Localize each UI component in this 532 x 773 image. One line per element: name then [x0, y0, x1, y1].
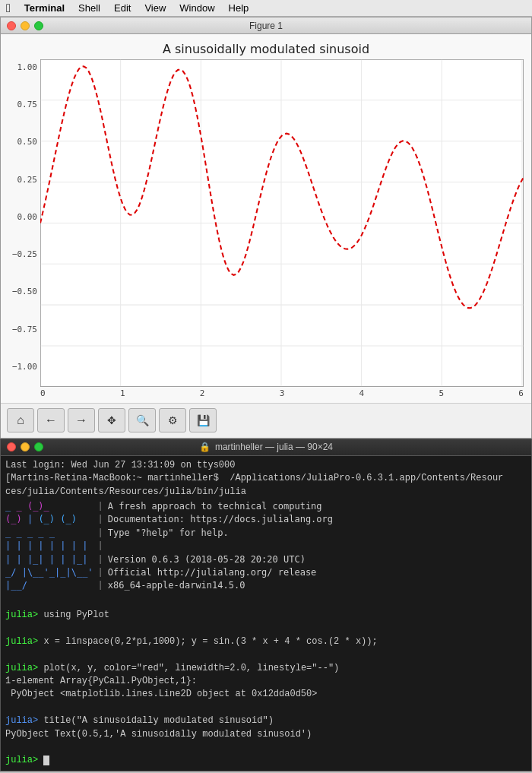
- y-label-7: −0.50: [8, 287, 37, 296]
- y-label-6: −0.25: [8, 249, 37, 259]
- term-blank5: [5, 741, 527, 754]
- figure-title: Figure 1: [249, 21, 283, 31]
- terminal-titlebar: 🔒 martinheller — julia — 90×24: [1, 439, 531, 456]
- ascii-art: _ _ (_)_ (_) | (_) (_) _ _ _ _ _ | | | |…: [5, 500, 93, 593]
- save-button[interactable]: 💾: [189, 408, 217, 432]
- terminal-window: 🔒 martinheller — julia — 90×24 Last logi…: [0, 439, 532, 771]
- julia-info: A fresh approach to technical computing …: [108, 500, 333, 593]
- term-blank3: [5, 648, 527, 661]
- chart-area: 1.00 0.75 0.50 0.25 0.00 −0.25 −0.50 −0.…: [8, 59, 524, 387]
- julia-output3: PyObject Text(0.5,1,'A sinusoidally modu…: [5, 728, 527, 741]
- y-axis-labels: 1.00 0.75 0.50 0.25 0.00 −0.25 −0.50 −0.…: [8, 59, 40, 387]
- x-label-0: 0: [40, 388, 46, 398]
- menu-terminal[interactable]: Terminal: [18, 0, 71, 17]
- julia-output2: PyObject <matplotlib.lines.Line2D object…: [5, 688, 527, 701]
- y-label-8: −0.75: [8, 325, 37, 334]
- chart-title: A sinusoidally modulated sinusoid: [8, 42, 524, 56]
- y-label-2: 0.75: [8, 100, 37, 109]
- term-cmd2: ces/julia/Contents/Resources/julia/bin/j…: [5, 486, 527, 499]
- y-label-1: 1.00: [8, 62, 37, 72]
- cursor: [43, 756, 49, 765]
- term-blank1: [5, 596, 527, 609]
- plot-svg[interactable]: [40, 59, 524, 387]
- term-cmd: [Martins-Retina-MacBook:~ martinheller$ …: [5, 472, 527, 485]
- menu-edit[interactable]: Edit: [108, 0, 137, 17]
- term-blank4: [5, 702, 527, 714]
- chart-container: A sinusoidally modulated sinusoid 1.00 0…: [1, 34, 531, 403]
- term-blank2: [5, 623, 527, 635]
- minimize-button[interactable]: [21, 21, 30, 30]
- x-label-2: 2: [200, 388, 205, 398]
- x-label-3: 3: [280, 388, 285, 398]
- y-label-4: 0.25: [8, 175, 37, 185]
- maximize-button[interactable]: [34, 21, 43, 30]
- forward-button[interactable]: →: [68, 408, 95, 432]
- julia-output1: 1-element Array{PyCall.PyObject,1}:: [5, 675, 527, 688]
- x-label-4: 4: [359, 388, 365, 398]
- home-button[interactable]: ⌂: [7, 408, 34, 432]
- menu-view[interactable]: View: [138, 0, 172, 17]
- terminal-close-button[interactable]: [7, 442, 16, 451]
- zoom-button[interactable]: 🔍: [128, 408, 156, 432]
- x-label-6: 6: [518, 388, 524, 398]
- terminal-minimize-button[interactable]: [21, 442, 30, 451]
- x-axis-labels: 0 1 2 3 4 5 6: [8, 387, 524, 403]
- term-login: Last login: Wed Jun 27 13:31:09 on ttys0…: [5, 459, 527, 472]
- chart-plot: [40, 59, 524, 387]
- pan-button[interactable]: ✥: [98, 408, 125, 432]
- menu-window[interactable]: Window: [173, 0, 220, 17]
- settings-button[interactable]: ⚙: [159, 408, 186, 432]
- julia-cmd1: julia> using PyPlot: [5, 609, 527, 622]
- x-label-5: 5: [439, 388, 444, 398]
- figure-titlebar: Figure 1: [1, 17, 531, 34]
- julia-cmd2: julia> x = linspace(0,2*pi,1000); y = si…: [5, 635, 527, 648]
- menubar:  Terminal Shell Edit View Window Help: [0, 0, 532, 17]
- julia-prompt-final[interactable]: julia>: [5, 754, 527, 767]
- terminal-window-buttons: [7, 442, 43, 451]
- close-button[interactable]: [7, 21, 16, 30]
- back-button[interactable]: ←: [37, 408, 65, 432]
- x-label-1: 1: [120, 388, 125, 398]
- apple-menu[interactable]: : [6, 2, 11, 15]
- y-label-5: 0.00: [8, 212, 37, 222]
- julia-cmd4: julia> title("A sinusoidally modulated s…: [5, 714, 527, 727]
- y-label-3: 0.50: [8, 137, 37, 147]
- julia-banner: _ _ (_)_ (_) | (_) (_) _ _ _ _ _ | | | |…: [5, 500, 527, 593]
- figure-window: Figure 1 A sinusoidally modulated sinuso…: [0, 17, 532, 439]
- y-label-9: −1.00: [8, 362, 37, 372]
- lock-icon: 🔒: [199, 442, 211, 452]
- julia-cmd3: julia> plot(x, y, color="red", linewidth…: [5, 662, 527, 675]
- menu-help[interactable]: Help: [223, 0, 255, 17]
- menu-shell[interactable]: Shell: [72, 0, 106, 17]
- window-buttons: [7, 21, 43, 30]
- terminal-content[interactable]: Last login: Wed Jun 27 13:31:09 on ttys0…: [1, 456, 531, 771]
- terminal-maximize-button[interactable]: [34, 442, 43, 451]
- chart-toolbar: ⌂ ← → ✥ 🔍 ⚙ 💾: [1, 403, 531, 438]
- terminal-title: 🔒 martinheller — julia — 90×24: [199, 442, 333, 452]
